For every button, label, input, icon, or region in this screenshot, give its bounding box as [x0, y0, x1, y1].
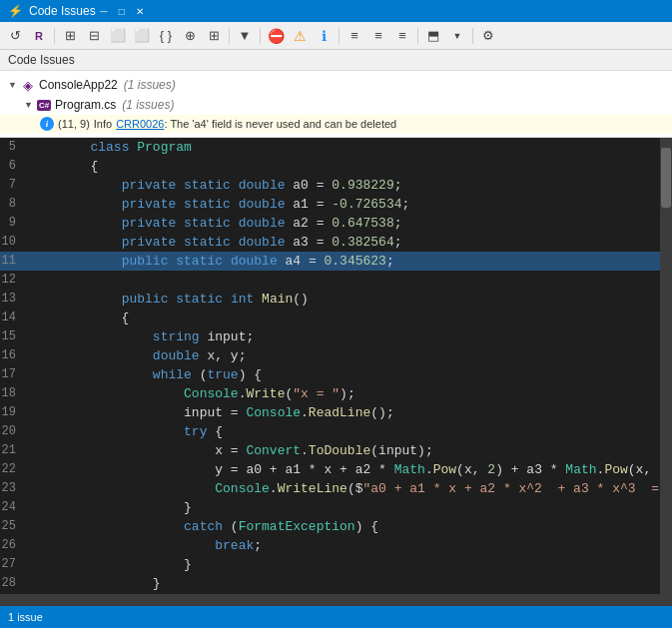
status-bar: 1 issue	[0, 606, 672, 628]
issue-severity: Info	[94, 118, 112, 130]
line-content: public static double a4 = 0.345623;	[28, 252, 660, 271]
solution-row[interactable]: ▼ ◈ ConsoleApp22 (1 issues)	[0, 75, 672, 95]
close-button[interactable]: ✕	[132, 3, 148, 19]
line-number: 13	[0, 290, 28, 309]
code-line: 12	[0, 271, 660, 290]
line-content: private static double a2 = 0.647538;	[28, 214, 660, 233]
line-number: 21	[0, 441, 28, 460]
line-content: Console.WriteLine($"a0 + a1 * x + a2 * x…	[28, 479, 660, 498]
code-line: 15 string input;	[0, 327, 660, 346]
toolbar-btn-5[interactable]: { }	[155, 25, 177, 47]
issue-info-icon: i	[40, 117, 54, 131]
toolbar: ↺ R ⊞ ⊟ ⬜ ⬜ { } ⊕ ⊞ ▼ ⛔ ⚠ ℹ ≡ ≡ ≡ ⬒ ▼ ⚙	[0, 22, 672, 50]
code-line: 7 private static double a0 = 0.938229;	[0, 176, 660, 195]
vertical-scrollbar[interactable]	[660, 138, 672, 594]
info-filter[interactable]: ℹ	[313, 25, 335, 47]
line-content	[28, 271, 660, 290]
code-inner: 5 class Program6 {7 private static doubl…	[0, 138, 672, 594]
line-content: while (true) {	[28, 365, 660, 384]
status-text: 1 issue	[8, 611, 43, 623]
issues-tree: ▼ ◈ ConsoleApp22 (1 issues) ▼ C# Program…	[0, 71, 672, 138]
scrollbar-thumb[interactable]	[661, 148, 671, 208]
line-number: 25	[0, 517, 28, 536]
minimize-button[interactable]: ─	[96, 3, 112, 19]
code-line: 16 double x, y;	[0, 346, 660, 365]
issue-row[interactable]: i (11, 9) Info CRR0026 : The 'a4' field …	[0, 115, 672, 133]
code-line: 23 Console.WriteLine($"a0 + a1 * x + a2 …	[0, 479, 660, 498]
issue-pos: (11, 9)	[58, 118, 90, 130]
warning-filter[interactable]: ⚠	[289, 25, 311, 47]
solution-count: (1 issues)	[124, 78, 176, 92]
line-content: double x, y;	[28, 346, 660, 365]
code-line: 18 Console.Write("x = ");	[0, 384, 660, 403]
toolbar-btn-4[interactable]: ⬜	[131, 25, 153, 47]
line-number: 26	[0, 536, 28, 555]
code-line: 11 public static double a4 = 0.345623;	[0, 252, 660, 271]
solution-label: ConsoleApp22	[39, 78, 118, 92]
code-line: 17 while (true) {	[0, 365, 660, 384]
horizontal-scrollbar[interactable]	[0, 594, 672, 606]
toolbar-btn-6[interactable]: ⊕	[179, 25, 201, 47]
toolbar-btn-7[interactable]: ⊞	[203, 25, 225, 47]
line-number: 17	[0, 365, 28, 384]
list-view-2[interactable]: ≡	[367, 25, 389, 47]
line-number: 14	[0, 309, 28, 327]
line-content: input = Console.ReadLine();	[28, 403, 660, 422]
line-content: }	[28, 555, 660, 574]
solution-icon: ◈	[20, 77, 36, 93]
code-line: 19 input = Console.ReadLine();	[0, 403, 660, 422]
line-content: x = Convert.ToDouble(input);	[28, 441, 660, 460]
line-content: catch (FormatException) {	[28, 517, 660, 536]
code-line: 8 private static double a1 = -0.726534;	[0, 195, 660, 214]
error-filter[interactable]: ⛔	[265, 25, 287, 47]
separator-3	[260, 28, 261, 44]
maximize-button[interactable]: □	[114, 3, 130, 19]
line-content: break;	[28, 536, 660, 555]
line-content: class Program	[28, 138, 660, 157]
line-number: 15	[0, 327, 28, 346]
toolbar-btn-3[interactable]: ⬜	[107, 25, 129, 47]
code-area[interactable]: 5 class Program6 {7 private static doubl…	[0, 138, 660, 594]
line-number: 12	[0, 271, 28, 290]
code-line: 27 }	[0, 555, 660, 574]
file-count: (1 issues)	[122, 98, 174, 112]
code-line: 21 x = Convert.ToDouble(input);	[0, 441, 660, 460]
file-icon: C#	[36, 97, 52, 113]
title-bar: ⚡ Code Issues ─ □ ✕	[0, 0, 672, 22]
section-header: Code Issues	[0, 50, 672, 71]
line-content: public static int Main()	[28, 290, 660, 309]
code-line: 6 {	[0, 157, 660, 176]
line-number: 23	[0, 479, 28, 498]
line-number: 28	[0, 574, 28, 593]
toolbar-btn-1[interactable]: ⊞	[59, 25, 81, 47]
file-row[interactable]: ▼ C# Program.cs (1 issues)	[0, 95, 672, 115]
settings-button[interactable]: ⚙	[477, 25, 499, 47]
code-line: 10 private static double a3 = 0.382564;	[0, 233, 660, 252]
list-view-3[interactable]: ≡	[391, 25, 413, 47]
line-number: 9	[0, 214, 28, 233]
separator-6	[472, 28, 473, 44]
code-line: 24 }	[0, 498, 660, 517]
resharper-button[interactable]: R	[28, 25, 50, 47]
separator-5	[417, 28, 418, 44]
line-number: 5	[0, 138, 28, 157]
list-view-1[interactable]: ≡	[343, 25, 365, 47]
line-number: 19	[0, 403, 28, 422]
separator-2	[229, 28, 230, 44]
code-line: 25 catch (FormatException) {	[0, 517, 660, 536]
filter-button[interactable]: ▼	[234, 25, 256, 47]
line-content: private static double a1 = -0.726534;	[28, 195, 660, 214]
toolbar-btn-2[interactable]: ⊟	[83, 25, 105, 47]
export-dropdown[interactable]: ▼	[446, 25, 468, 47]
issue-code[interactable]: CRR0026	[116, 118, 164, 130]
code-line: 22 y = a0 + a1 * x + a2 * Math.Pow(x, 2)…	[0, 460, 660, 479]
code-line: 20 try {	[0, 422, 660, 441]
export-button[interactable]: ⬒	[422, 25, 444, 47]
line-content: }	[28, 498, 660, 517]
title-bar-title: Code Issues	[29, 4, 96, 18]
file-expand-icon: ▼	[24, 100, 36, 110]
code-wrapper: 5 class Program6 {7 private static doubl…	[0, 138, 672, 606]
separator-4	[338, 28, 339, 44]
line-number: 27	[0, 555, 28, 574]
refresh-button[interactable]: ↺	[4, 25, 26, 47]
